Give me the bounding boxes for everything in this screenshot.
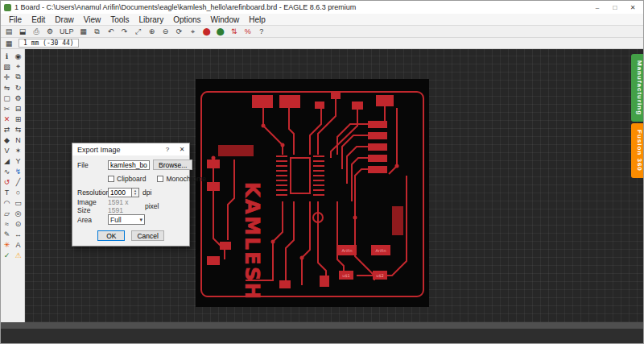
text-tool-icon[interactable]: T xyxy=(2,187,13,197)
ratsnest-tool-icon[interactable]: ✳ xyxy=(2,239,13,250)
browse-button[interactable]: Browse... xyxy=(153,160,192,170)
polygon-tool-icon[interactable]: ▱ xyxy=(2,208,13,218)
clipboard-label: Clipboard xyxy=(117,175,146,183)
zoom-fit-icon[interactable]: ⤢ xyxy=(133,27,144,37)
dialog-help-button[interactable]: ? xyxy=(160,143,175,155)
ok-button[interactable]: OK xyxy=(97,230,125,241)
cut-tool-icon[interactable]: ✂ xyxy=(2,103,13,114)
replace-tool-icon[interactable]: ⇆ xyxy=(13,124,24,135)
menu-item[interactable]: Help xyxy=(244,15,270,25)
tool-palette: ℹ◉▧⌖✛⧉⇋↻▢⚙✂⊟✕⊞⇄⇆◆NV✶◢Y∿↯↺╱T○◠▭▱◎≈⊙✎↔✳A✓⚠ xyxy=(1,49,25,322)
delete-tool-icon[interactable]: ✕ xyxy=(2,114,13,124)
save-icon[interactable]: ⬓ xyxy=(17,27,28,37)
ripup-tool-icon[interactable]: ↺ xyxy=(2,176,13,187)
split-tool-icon[interactable]: Y xyxy=(13,155,24,166)
change-tool-icon[interactable]: ⚙ xyxy=(13,93,24,103)
via-tool-icon[interactable]: ◎ xyxy=(13,208,24,218)
coordinate-bar: ▦ 1 mm (-30 44) xyxy=(1,38,643,49)
chevron-down-icon: ▾ xyxy=(139,217,142,223)
menu-item[interactable]: Edit xyxy=(27,15,50,25)
paste-tool-icon[interactable]: ⊟ xyxy=(13,103,24,114)
rect-tool-icon[interactable]: ▭ xyxy=(13,197,24,208)
file-label: File xyxy=(77,161,105,169)
zoom-redraw-icon[interactable]: ⟳ xyxy=(174,27,185,37)
dialog-close-button[interactable]: ✕ xyxy=(175,143,189,155)
eagle-logo-icon xyxy=(4,4,11,11)
window-title: 1 Board - C:\Users\Anamul Arifin\Documen… xyxy=(14,3,588,11)
signal-tool-icon[interactable]: ≈ xyxy=(2,218,13,229)
close-button[interactable]: ✕ xyxy=(624,2,642,13)
clipboard-checkbox[interactable] xyxy=(108,176,114,182)
pinswap-tool-icon[interactable]: ⇄ xyxy=(2,124,13,135)
auto-tool-icon[interactable]: A xyxy=(13,239,24,250)
menu-item[interactable]: Tools xyxy=(105,15,134,25)
manufacturing-tab[interactable]: Manufacturing xyxy=(631,54,643,122)
board-artwork: KAMLESH Arifin Arifin u$1 u$2 xyxy=(196,79,429,307)
drc-tool-icon[interactable]: ✓ xyxy=(2,250,13,260)
menu-item[interactable]: View xyxy=(79,15,106,25)
cam-processor-icon[interactable]: ⚙ xyxy=(44,27,56,37)
fusion-sync-icon[interactable]: ⇅ xyxy=(229,27,240,37)
stop-icon[interactable]: ⬤ xyxy=(201,27,213,37)
pcb-board: KAMLESH Arifin Arifin u$1 u$2 xyxy=(196,79,429,307)
display-tool-icon[interactable]: ▧ xyxy=(2,61,13,72)
info-tool-icon[interactable]: ℹ xyxy=(2,51,13,61)
arc-tool-icon[interactable]: ◠ xyxy=(2,197,13,208)
resolution-input[interactable] xyxy=(108,188,132,197)
menu-item[interactable]: Draw xyxy=(50,15,78,25)
dimension-tool-icon[interactable]: ↔ xyxy=(13,229,24,239)
mirror-tool-icon[interactable]: ⇋ xyxy=(2,82,13,93)
print-icon[interactable]: ⎙ xyxy=(31,27,42,37)
layer-settings-icon[interactable]: ⧉ xyxy=(92,27,103,37)
help-icon[interactable]: ? xyxy=(256,27,267,37)
dialog-title-bar: Export Image ? ✕ xyxy=(72,143,189,155)
grid-icon[interactable]: ▦ xyxy=(78,27,89,37)
add-tool-icon[interactable]: ⊞ xyxy=(13,114,24,124)
attribute-tool-icon[interactable]: ✎ xyxy=(2,229,13,239)
menu-item[interactable]: Options xyxy=(168,15,205,25)
resolution-spinner[interactable]: ▲▼ xyxy=(132,188,139,197)
copy-tool-icon[interactable]: ⧉ xyxy=(13,72,24,82)
pcb-quote-badge[interactable]: % xyxy=(242,27,254,37)
mark-tool-icon[interactable]: ⌖ xyxy=(13,61,24,72)
file-input[interactable] xyxy=(108,160,150,170)
minimize-button[interactable]: – xyxy=(588,2,606,13)
name-tool-icon[interactable]: N xyxy=(13,135,24,145)
pad-label: u$1 xyxy=(342,273,350,278)
menu-item[interactable]: File xyxy=(4,15,27,25)
area-select[interactable]: Full ▾ xyxy=(108,214,145,225)
eagle-window: 1 Board - C:\Users\Anamul Arifin\Documen… xyxy=(0,0,644,344)
area-selected-value: Full xyxy=(110,216,139,224)
menu-item[interactable]: Window xyxy=(206,15,245,25)
redo-icon[interactable]: ↷ xyxy=(119,27,130,37)
menu-item[interactable]: Library xyxy=(134,15,169,25)
grid-settings-icon[interactable]: ▦ xyxy=(3,38,14,48)
undo-icon[interactable]: ↶ xyxy=(105,27,117,37)
route-tool-icon[interactable]: ↯ xyxy=(13,166,24,176)
smash-tool-icon[interactable]: ✶ xyxy=(13,145,24,155)
open-icon[interactable]: ▤ xyxy=(3,27,14,37)
zoom-in-icon[interactable]: ⊕ xyxy=(147,27,158,37)
rotate-tool-icon[interactable]: ↻ xyxy=(13,82,24,93)
maximize-button[interactable]: □ xyxy=(606,2,624,13)
pad-label: Arifin xyxy=(375,248,386,253)
lock-tool-icon[interactable]: ◆ xyxy=(2,135,13,145)
group-tool-icon[interactable]: ▢ xyxy=(2,93,13,103)
load-ulp-icon[interactable]: ULP xyxy=(58,27,76,37)
hole-tool-icon[interactable]: ⊙ xyxy=(13,218,24,229)
move-tool-icon[interactable]: ✛ xyxy=(2,72,13,82)
zoom-out-icon[interactable]: ⊖ xyxy=(160,27,171,37)
cancel-button[interactable]: Cancel xyxy=(131,230,163,241)
go-icon[interactable]: ⬤ xyxy=(215,27,226,37)
show-tool-icon[interactable]: ◉ xyxy=(13,51,24,61)
optimize-tool-icon[interactable]: ∿ xyxy=(2,166,13,176)
wire-tool-icon[interactable]: ╱ xyxy=(13,176,24,187)
miter-tool-icon[interactable]: ◢ xyxy=(2,155,13,166)
value-tool-icon[interactable]: V xyxy=(2,145,13,155)
circle-tool-icon[interactable]: ○ xyxy=(13,187,24,197)
monochrome-checkbox[interactable] xyxy=(157,176,163,182)
errors-tool-icon[interactable]: ⚠ xyxy=(13,250,24,260)
zoom-select-icon[interactable]: ⌖ xyxy=(188,27,199,37)
fusion360-tab[interactable]: Fusion 360 xyxy=(631,123,643,178)
export-image-dialog: Export Image ? ✕ File Browse... Clipboar… xyxy=(72,143,190,247)
